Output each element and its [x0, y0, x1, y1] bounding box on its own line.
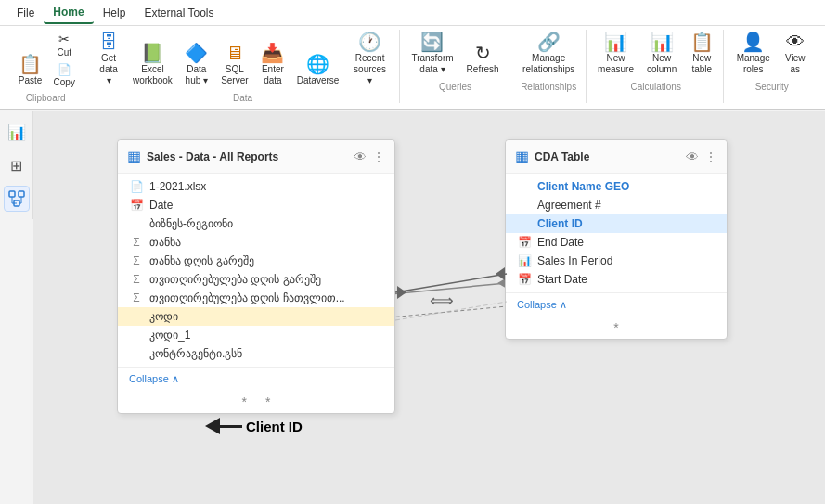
queries-label: Queries — [439, 82, 471, 92]
menu-home[interactable]: Home — [44, 2, 93, 24]
manage-roles-button[interactable]: 👤 Manageroles — [732, 30, 775, 78]
enter-data-button[interactable]: 📥 Enterdata — [256, 41, 290, 89]
clipboard-label: Clipboard — [26, 93, 66, 103]
dataverse-button[interactable]: 🌐 Dataverse — [293, 52, 342, 89]
excel-workbook-button[interactable]: 📗 Excelworkbook — [129, 41, 176, 89]
sql-server-button[interactable]: 🖥 SQLServer — [217, 41, 252, 89]
menu-external-tools[interactable]: External Tools — [135, 3, 223, 23]
copy-button[interactable]: 📄Copy — [51, 61, 78, 89]
ribbon-group-data: 🗄 Getdata ▾ 📗 Excelworkbook 🔷 Datahub ▾ … — [86, 30, 399, 103]
relationships-label: Relationships — [521, 82, 576, 92]
get-data-button[interactable]: 🗄 Getdata ▾ — [92, 30, 125, 89]
ribbon-group-calculations: 📊 Newmeasure 📊 Newcolumn 📋 Newtable Calc… — [588, 30, 725, 103]
ribbon-group-queries: 🔄 Transformdata ▾ ↻ Refresh Queries — [402, 30, 510, 103]
recent-sources-button[interactable]: 🕐 Recentsources ▾ — [346, 30, 393, 89]
menu-help[interactable]: Help — [94, 3, 135, 23]
calculations-label: Calculations — [630, 82, 680, 92]
new-table-button[interactable]: 📋 Newtable — [685, 30, 718, 78]
ribbon-group-security: 👤 Manageroles 👁 Viewas Security — [726, 30, 818, 103]
ribbon-group-clipboard: 📋 Paste ✂Cut 📄Copy Clipboard — [7, 30, 84, 103]
security-label: Security — [755, 82, 789, 92]
new-measure-button[interactable]: 📊 Newmeasure — [593, 30, 638, 78]
new-column-button[interactable]: 📊 Newcolumn — [642, 30, 681, 78]
cut-button[interactable]: ✂Cut — [51, 30, 78, 59]
menu-file[interactable]: File — [7, 3, 44, 23]
ribbon-group-relationships: 🔗 Managerelationships Relationships — [511, 30, 586, 103]
transform-data-button[interactable]: 🔄 Transformdata ▾ — [406, 30, 458, 78]
manage-relationships-button[interactable]: 🔗 Managerelationships — [518, 30, 579, 78]
menu-bar: File Home Help External Tools — [0, 0, 825, 26]
data-hub-button[interactable]: 🔷 Datahub ▾ — [180, 41, 213, 89]
paste-button[interactable]: 📋 Paste — [14, 52, 47, 89]
view-as-button[interactable]: 👁 Viewas — [779, 30, 812, 78]
refresh-button[interactable]: ↻ Refresh — [462, 41, 504, 78]
data-label: Data — [233, 93, 252, 103]
ribbon: 📋 Paste ✂Cut 📄Copy Clipboard 🗄 Getdata ▾… — [0, 26, 825, 110]
